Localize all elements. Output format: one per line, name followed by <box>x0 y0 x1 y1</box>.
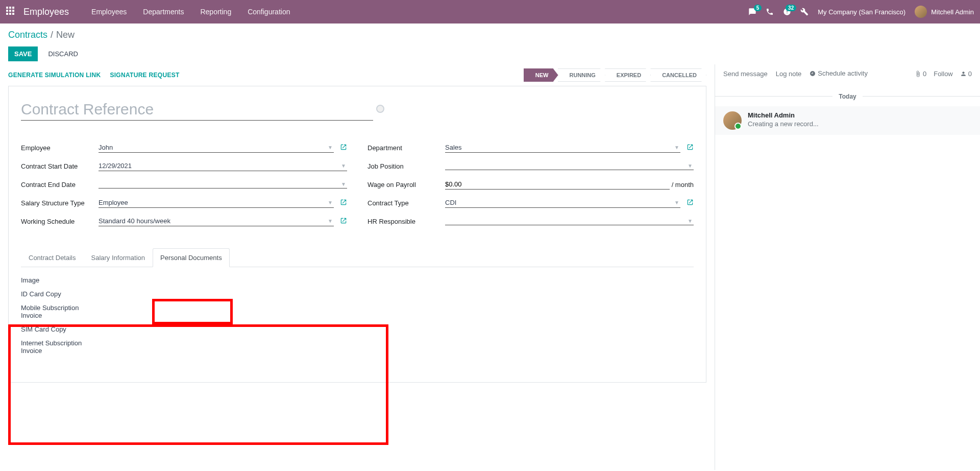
hr-label: HR Responsible <box>368 218 445 225</box>
status-stages: NEW RUNNING EXPIRED CANCELLED <box>524 68 706 82</box>
form-view: GENERATE SIMULATION LINK SIGNATURE REQUE… <box>0 64 715 470</box>
chatter-topbar: Send message Log note Schedule activity … <box>715 64 980 84</box>
nav-menu: Employees Departments Reporting Configur… <box>83 1 298 23</box>
chatter-date-divider: Today <box>715 93 980 100</box>
stage-running[interactable]: RUNNING <box>558 68 605 82</box>
schedule-label: Working Schedule <box>21 218 99 225</box>
schedule-activity-button[interactable]: Schedule activity <box>810 69 868 78</box>
company-switcher[interactable]: My Company (San Francisco) <box>818 8 905 16</box>
followers-button[interactable]: 0 <box>960 70 972 78</box>
employee-field[interactable]: John ▼ <box>99 143 334 153</box>
doc-id-card-label: ID Card Copy <box>21 290 97 298</box>
wage-input[interactable] <box>445 179 670 190</box>
tab-contract-details[interactable]: Contract Details <box>21 248 83 267</box>
apps-icon[interactable] <box>6 7 16 17</box>
external-link-icon[interactable] <box>340 217 347 226</box>
message-text: Creating a new record... <box>748 120 972 128</box>
caret-icon: ▼ <box>328 218 334 224</box>
chatter: Send message Log note Schedule activity … <box>715 64 980 470</box>
breadcrumb-current: New <box>56 30 75 40</box>
caret-icon: ▼ <box>328 145 334 150</box>
action-buttons: SAVE DISCARD <box>8 46 972 61</box>
form-fields: Employee John ▼ Contract Start Date <box>21 141 694 233</box>
tab-salary-information[interactable]: Salary Information <box>83 248 153 267</box>
notebook-content: Image ID Card Copy Mobile Subscription I… <box>21 267 694 370</box>
attachments-button[interactable]: 0 <box>915 70 926 78</box>
position-field[interactable]: ▼ <box>445 162 694 170</box>
start-date-label: Contract Start Date <box>21 162 99 170</box>
content-area: GENERATE SIMULATION LINK SIGNATURE REQUE… <box>0 64 980 470</box>
stage-cancelled[interactable]: CANCELLED <box>650 68 706 82</box>
statusbar-row: GENERATE SIMULATION LINK SIGNATURE REQUE… <box>8 64 706 82</box>
generate-simulation-link-button[interactable]: GENERATE SIMULATION LINK <box>8 72 101 79</box>
send-message-button[interactable]: Send message <box>723 70 768 78</box>
caret-icon: ▼ <box>688 218 694 224</box>
end-date-label: Contract End Date <box>21 181 99 189</box>
message-author: Mitchell Admin <box>748 111 972 119</box>
doc-mobile-label: Mobile Subscription Invoice <box>21 304 97 319</box>
stage-expired[interactable]: EXPIRED <box>605 68 651 82</box>
discard-button[interactable]: DISCARD <box>44 46 82 61</box>
user-avatar-icon <box>915 6 927 18</box>
control-panel: Contracts / New SAVE DISCARD <box>0 23 980 61</box>
employee-label: Employee <box>21 144 99 152</box>
hr-field[interactable]: ▼ <box>445 217 694 225</box>
caret-icon: ▼ <box>688 163 694 169</box>
user-name: Mitchell Admin <box>931 8 974 16</box>
department-label: Department <box>368 144 445 152</box>
external-link-icon[interactable] <box>340 144 347 152</box>
save-button[interactable]: SAVE <box>8 46 38 61</box>
department-field[interactable]: Sales ▼ <box>445 143 680 153</box>
kanban-state-icon[interactable] <box>376 105 384 113</box>
doc-internet-label: Internet Subscription Invoice <box>21 339 97 355</box>
form-col-left: Employee John ▼ Contract Start Date <box>21 141 347 233</box>
breadcrumb-separator: / <box>51 30 53 40</box>
log-note-button[interactable]: Log note <box>776 70 802 78</box>
stage-new[interactable]: NEW <box>524 68 558 82</box>
status-actions: GENERATE SIMULATION LINK SIGNATURE REQUE… <box>8 72 180 79</box>
caret-icon: ▼ <box>341 181 347 187</box>
caret-icon: ▼ <box>674 145 680 150</box>
position-label: Job Position <box>368 162 445 170</box>
end-date-field[interactable]: ▼ <box>99 180 347 189</box>
messages-icon[interactable]: 5 <box>748 8 756 16</box>
nav-reporting[interactable]: Reporting <box>192 1 239 23</box>
external-link-icon[interactable] <box>687 199 694 207</box>
phone-icon[interactable] <box>766 8 774 16</box>
doc-image-label: Image <box>21 276 97 284</box>
follow-button[interactable]: Follow <box>934 70 953 78</box>
schedule-field[interactable]: Standard 40 hours/week ▼ <box>99 216 334 226</box>
external-link-icon[interactable] <box>340 199 347 207</box>
wage-suffix: / month <box>672 181 694 189</box>
notebook: Contract Details Salary Information Pers… <box>21 248 694 370</box>
external-link-icon[interactable] <box>687 144 694 152</box>
activity-badge: 32 <box>786 5 796 11</box>
caret-icon: ▼ <box>341 163 347 169</box>
notebook-tabs: Contract Details Salary Information Pers… <box>21 248 694 267</box>
contract-type-label: Contract Type <box>368 199 445 207</box>
debug-icon[interactable] <box>800 8 808 16</box>
contract-reference-input[interactable] <box>21 99 373 121</box>
form-sheet: Employee John ▼ Contract Start Date <box>8 86 706 383</box>
nav-employees[interactable]: Employees <box>83 1 135 23</box>
contract-type-field[interactable]: CDI ▼ <box>445 198 680 208</box>
breadcrumb-root[interactable]: Contracts <box>8 30 47 40</box>
chatter-message: Mitchell Admin Creating a new record... <box>715 106 980 135</box>
app-title[interactable]: Employees <box>23 7 69 17</box>
nav-departments[interactable]: Departments <box>135 1 192 23</box>
messages-badge: 5 <box>754 5 762 11</box>
structure-field[interactable]: Employee ▼ <box>99 198 334 208</box>
activity-icon[interactable]: 32 <box>783 8 791 16</box>
user-menu[interactable]: Mitchell Admin <box>915 6 974 18</box>
topbar: Employees Employees Departments Reportin… <box>0 0 980 23</box>
doc-sim-label: SIM Card Copy <box>21 325 97 333</box>
caret-icon: ▼ <box>674 200 680 205</box>
nav-configuration[interactable]: Configuration <box>239 1 298 23</box>
wage-label: Wage on Payroll <box>368 181 445 189</box>
start-date-field[interactable]: 12/29/2021 ▼ <box>99 161 347 171</box>
signature-request-button[interactable]: SIGNATURE REQUEST <box>110 72 179 79</box>
caret-icon: ▼ <box>328 200 334 205</box>
message-avatar-icon <box>723 111 742 130</box>
tab-personal-documents[interactable]: Personal Documents <box>153 248 230 267</box>
form-col-right: Department Sales ▼ Job Position <box>368 141 694 233</box>
